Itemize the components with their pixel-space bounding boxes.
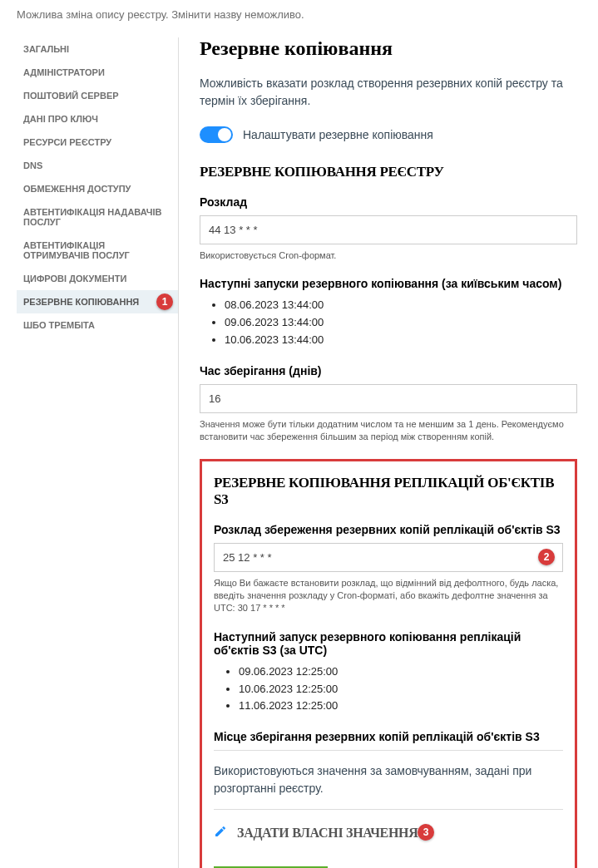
sidebar-item-backup[interactable]: РЕЗЕРВНЕ КОПІЮВАННЯ 1 bbox=[17, 290, 178, 313]
next-runs-label: Наступні запуски резервного копіювання (… bbox=[200, 277, 577, 290]
schedule-label: Розклад bbox=[200, 195, 577, 209]
sidebar-item-access[interactable]: ОБМЕЖЕННЯ ДОСТУПУ bbox=[17, 177, 178, 200]
retention-hint: Значення може бути тільки додатним число… bbox=[200, 418, 577, 444]
page-description: Можливість вказати розклад створення рез… bbox=[200, 75, 577, 110]
pencil-icon bbox=[214, 825, 227, 841]
custom-values-label: ЗАДАТИ ВЛАСНІ ЗНАЧЕННЯ bbox=[237, 826, 418, 841]
list-item: 08.06.2023 13:44:00 bbox=[225, 297, 577, 314]
callout-badge: 1 bbox=[156, 293, 173, 310]
s3-storage-label: Місце зберігання резервних копій репліка… bbox=[214, 730, 563, 743]
s3-next-runs-label: Наступний запуск резервного копіювання р… bbox=[214, 630, 563, 657]
page-title: Резервне копіювання bbox=[200, 37, 577, 60]
divider bbox=[214, 750, 563, 751]
main-content: Резервне копіювання Можливість вказати р… bbox=[179, 37, 581, 868]
sidebar-item-resources[interactable]: РЕСУРСИ РЕЄСТРУ bbox=[17, 131, 178, 154]
sidebar-item-auth-providers[interactable]: АВТЕНТИФІКАЦІЯ НАДАВАЧІВ ПОСЛУГ bbox=[17, 200, 178, 234]
schedule-input[interactable] bbox=[200, 215, 577, 244]
list-item: 11.06.2023 12:25:00 bbox=[239, 698, 563, 715]
sidebar-item-label: РЕЗЕРВНЕ КОПІЮВАННЯ bbox=[23, 297, 139, 307]
sidebar: ЗАГАЛЬНІ АДМІНІСТРАТОРИ ПОШТОВИЙ СЕРВЕР … bbox=[17, 37, 179, 868]
next-runs-list: 08.06.2023 13:44:00 09.06.2023 13:44:00 … bbox=[200, 297, 577, 348]
set-custom-values-button[interactable]: ЗАДАТИ ВЛАСНІ ЗНАЧЕННЯ 3 bbox=[214, 825, 563, 841]
s3-schedule-label: Розклад збереження резервних копій реплі… bbox=[214, 523, 563, 536]
section-s3-backup: РЕЗЕРВНЕ КОПІЮВАННЯ РЕПЛІКАЦІЙ ОБ'ЄКТІВ … bbox=[214, 475, 563, 508]
sidebar-item-general[interactable]: ЗАГАЛЬНІ bbox=[17, 37, 178, 61]
retention-input[interactable] bbox=[200, 384, 577, 413]
list-item: 10.06.2023 12:25:00 bbox=[239, 681, 563, 698]
s3-storage-note: Використовуються значення за замовчуванн… bbox=[214, 762, 563, 810]
s3-schedule-hint: Якщо Ви бажаєте встановити розклад, що в… bbox=[214, 577, 563, 615]
sidebar-item-dns[interactable]: DNS bbox=[17, 154, 178, 177]
s3-next-runs-list: 09.06.2023 12:25:00 10.06.2023 12:25:00 … bbox=[214, 663, 563, 715]
top-note: Можлива зміна опису реєстру. Змінити наз… bbox=[17, 8, 581, 21]
section-registry-backup: РЕЗЕРВНЕ КОПІЮВАННЯ РЕЄСТРУ bbox=[200, 164, 577, 180]
sidebar-item-digital-docs[interactable]: ЦИФРОВІ ДОКУМЕНТИ bbox=[17, 267, 178, 290]
sidebar-item-auth-receivers[interactable]: АВТЕНТИФІКАЦІЯ ОТРИМУВАЧІВ ПОСЛУГ bbox=[17, 234, 178, 267]
schedule-hint: Використовується Cron-формат. bbox=[200, 249, 577, 262]
backup-toggle[interactable] bbox=[200, 126, 233, 143]
sidebar-item-trembita[interactable]: ШБО ТРЕМБІТА bbox=[17, 313, 178, 337]
retention-label: Час зберігання (днів) bbox=[200, 364, 577, 377]
list-item: 09.06.2023 13:44:00 bbox=[225, 314, 577, 332]
list-item: 10.06.2023 13:44:00 bbox=[225, 332, 577, 349]
backup-toggle-label: Налаштувати резервне копіювання bbox=[243, 128, 433, 141]
s3-schedule-input[interactable] bbox=[214, 543, 563, 572]
sidebar-item-admins[interactable]: АДМІНІСТРАТОРИ bbox=[17, 61, 178, 84]
sidebar-item-key-data[interactable]: ДАНІ ПРО КЛЮЧ bbox=[17, 107, 178, 131]
s3-backup-section: РЕЗЕРВНЕ КОПІЮВАННЯ РЕПЛІКАЦІЙ ОБ'ЄКТІВ … bbox=[200, 459, 577, 868]
sidebar-item-mail[interactable]: ПОШТОВИЙ СЕРВЕР bbox=[17, 84, 178, 107]
callout-badge: 3 bbox=[418, 824, 434, 841]
list-item: 09.06.2023 12:25:00 bbox=[239, 663, 563, 681]
